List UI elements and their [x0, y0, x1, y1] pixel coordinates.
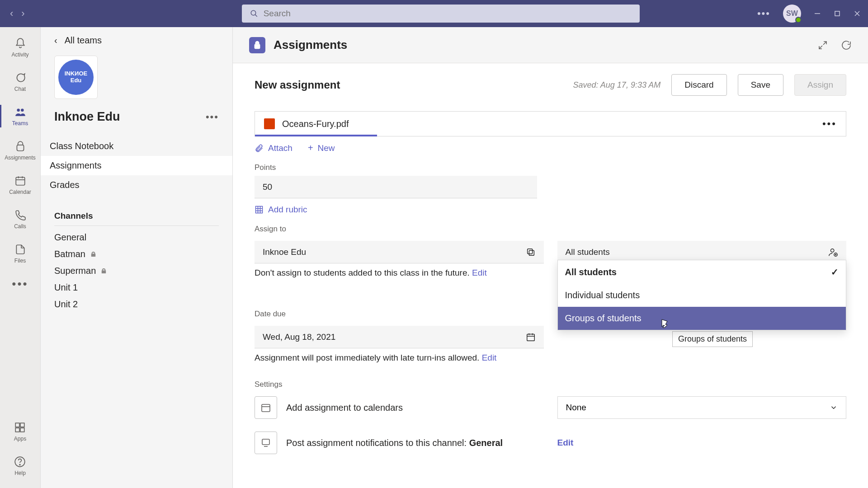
- settings-label: Settings: [255, 380, 846, 389]
- channel-label: Unit 1: [54, 282, 78, 293]
- calendar-select[interactable]: None: [557, 396, 847, 419]
- more-options-icon[interactable]: •••: [757, 8, 770, 19]
- file-icon: [14, 243, 26, 256]
- channel-general[interactable]: General: [54, 232, 219, 243]
- rail-apps[interactable]: Apps: [14, 419, 26, 444]
- rail-calls[interactable]: Calls: [0, 207, 40, 231]
- channel-unit-1[interactable]: Unit 1: [54, 282, 219, 293]
- presence-available-icon: [795, 17, 802, 23]
- add-rubric-label: Add rubric: [268, 205, 307, 215]
- app-rail: Activity Chat Teams Assignments Calendar: [0, 27, 41, 488]
- save-button[interactable]: Save: [738, 74, 783, 96]
- post-helper: Assignment will post immediately with la…: [255, 353, 544, 363]
- search-box[interactable]: [242, 5, 640, 23]
- dropdown-option-all[interactable]: All students ✓: [558, 260, 846, 284]
- date-due-field[interactable]: Wed, Aug 18, 2021: [255, 326, 544, 348]
- search-input[interactable]: [264, 9, 632, 19]
- lock-icon: 🔒︎: [90, 250, 97, 258]
- rail-help[interactable]: Help: [14, 454, 26, 478]
- rail-more[interactable]: •••: [0, 276, 40, 292]
- svg-rect-20: [256, 206, 263, 213]
- new-label: New: [318, 143, 335, 153]
- post-text: Assignment will post immediately with la…: [255, 353, 482, 362]
- channel-unit-2[interactable]: Unit 2: [54, 299, 219, 310]
- rail-activity[interactable]: Activity: [0, 35, 40, 60]
- rail-label: Files: [14, 258, 26, 264]
- forward-arrow-icon[interactable]: ›: [21, 8, 24, 19]
- channel-superman[interactable]: Superman🔒︎: [54, 266, 219, 276]
- attach-button[interactable]: Attach: [255, 143, 292, 153]
- check-icon: ✓: [831, 267, 839, 277]
- calendar-select-value: None: [566, 403, 586, 413]
- teams-icon: [14, 106, 26, 118]
- back-arrow-icon[interactable]: ‹: [10, 8, 13, 19]
- dropdown-option-groups[interactable]: Groups of students: [558, 307, 846, 330]
- attachment-row[interactable]: Oceans-Fury.pdf •••: [255, 111, 846, 136]
- team-avatar[interactable]: INKИOE Edu: [54, 56, 98, 99]
- future-text: Don't assign to students added to this c…: [255, 268, 472, 277]
- add-rubric-button[interactable]: Add rubric: [255, 205, 846, 215]
- rail-assignments[interactable]: Assignments: [0, 138, 40, 163]
- add-person-icon[interactable]: [828, 247, 838, 257]
- attachment-more-icon[interactable]: •••: [822, 118, 837, 130]
- user-avatar[interactable]: SW: [783, 5, 801, 23]
- channels-header: Channels: [54, 211, 219, 221]
- apps-icon: [14, 421, 26, 434]
- back-to-teams[interactable]: ‹ All teams: [54, 35, 219, 46]
- rail-label: Calls: [14, 223, 26, 230]
- svg-rect-25: [529, 250, 534, 255]
- window-close-icon[interactable]: [854, 10, 861, 17]
- edit-notify-link[interactable]: Edit: [557, 438, 574, 448]
- svg-rect-31: [527, 334, 534, 341]
- rail-files[interactable]: Files: [0, 241, 40, 266]
- expand-icon[interactable]: [817, 40, 828, 51]
- nav-class-notebook[interactable]: Class Notebook: [41, 136, 232, 156]
- svg-point-0: [251, 10, 256, 15]
- dropdown-option-individual[interactable]: Individual students: [558, 284, 846, 307]
- new-button[interactable]: + New: [308, 143, 335, 153]
- svg-point-7: [21, 108, 24, 112]
- rail-teams[interactable]: Teams: [0, 104, 40, 128]
- points-input[interactable]: [263, 182, 529, 192]
- window-maximize-icon[interactable]: [834, 10, 841, 17]
- future-students-helper: Don't assign to students added to this c…: [255, 268, 544, 278]
- backpack-icon: [14, 140, 26, 153]
- rail-chat[interactable]: Chat: [0, 70, 40, 94]
- svg-rect-16: [21, 428, 25, 432]
- class-picker[interactable]: Inknoe Edu: [255, 241, 544, 263]
- calendar-picker-icon[interactable]: [526, 332, 536, 342]
- dd-label: Groups of students: [565, 313, 642, 324]
- rail-calendar[interactable]: Calendar: [0, 173, 40, 197]
- discard-button[interactable]: Discard: [671, 74, 726, 96]
- title-bar: ‹ › ••• SW: [0, 0, 868, 27]
- calendar-setting-text: Add assignment to calendars: [286, 403, 403, 413]
- date-value: Wed, Aug 18, 2021: [263, 332, 335, 342]
- team-more-icon[interactable]: •••: [206, 111, 219, 123]
- points-field[interactable]: [255, 176, 537, 198]
- page-title: New assignment: [255, 79, 340, 91]
- rail-label: Apps: [14, 436, 26, 442]
- channel-batman[interactable]: Batman🔒︎: [54, 249, 219, 259]
- edit-post-link[interactable]: Edit: [482, 353, 497, 362]
- copy-icon[interactable]: [526, 247, 536, 257]
- app-title: Assignments: [274, 38, 347, 52]
- refresh-icon[interactable]: [841, 40, 852, 51]
- svg-point-27: [831, 249, 834, 252]
- assignments-app-icon: [249, 37, 265, 53]
- edit-future-link[interactable]: Edit: [472, 268, 487, 277]
- channel-label: Unit 2: [54, 299, 78, 310]
- svg-rect-3: [835, 11, 840, 16]
- rail-label: Teams: [12, 120, 28, 127]
- team-chip-line1: INKИOE: [65, 70, 88, 77]
- nav-assignments[interactable]: Assignments: [41, 156, 232, 175]
- channel-label: General: [54, 232, 86, 243]
- attach-label: Attach: [268, 143, 292, 153]
- nav-grades[interactable]: Grades: [41, 175, 232, 195]
- divider: [54, 225, 219, 226]
- main-area: Assignments New assignment Saved: Aug 17…: [233, 27, 868, 488]
- help-icon: [14, 455, 26, 468]
- window-minimize-icon[interactable]: [814, 10, 821, 17]
- pdf-icon: [264, 118, 275, 129]
- attachment-name: Oceans-Fury.pdf: [282, 119, 349, 129]
- assignee-value: All students: [566, 247, 610, 257]
